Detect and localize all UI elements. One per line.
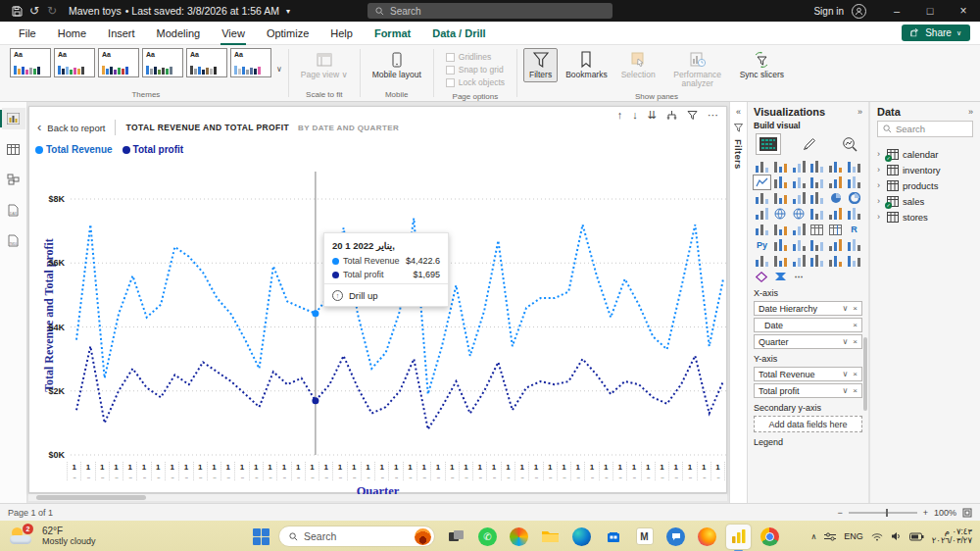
zoom-out-button[interactable]: −	[837, 508, 842, 518]
fit-to-page-icon[interactable]	[962, 508, 972, 518]
more-options-icon[interactable]: ⋯	[791, 270, 808, 283]
start-button[interactable]	[253, 528, 270, 545]
field-chevron-icon[interactable]: ∨	[842, 337, 848, 346]
theme-thumbnail-4[interactable]: Aa	[142, 48, 183, 77]
collapse-pane-icon[interactable]: »	[858, 107, 862, 117]
chrome-app-button[interactable]	[758, 525, 782, 549]
gauge-icon[interactable]	[809, 207, 826, 221]
filters-pane-button[interactable]: Filters	[523, 48, 558, 82]
ribbon-chart-icon[interactable]	[754, 191, 770, 205]
table-icon[interactable]	[809, 223, 826, 236]
image-icon[interactable]	[827, 254, 844, 268]
filters-pane-collapsed[interactable]: « Filters	[729, 102, 748, 503]
dax-query-view-button[interactable]: DAX	[2, 199, 25, 221]
power-automate-icon[interactable]	[772, 270, 789, 283]
undo-icon[interactable]: ↺	[25, 2, 43, 20]
kpi-icon[interactable]	[827, 207, 844, 221]
field-total-revenue[interactable]: Total Revenue∨×	[754, 367, 862, 381]
python-visual-icon[interactable]: Py	[754, 238, 770, 252]
close-button[interactable]: ×	[947, 0, 980, 22]
multi-row-card-icon[interactable]	[754, 223, 770, 236]
decomposition-tree-icon[interactable]	[791, 223, 808, 236]
slicer-icon[interactable]	[772, 254, 789, 268]
100-stacked-bar-chart-icon[interactable]	[827, 160, 844, 174]
key-influencers-icon[interactable]	[772, 223, 789, 236]
donut-chart-icon[interactable]	[846, 191, 862, 205]
zoom-slider[interactable]	[849, 512, 917, 514]
table-view-button[interactable]	[2, 138, 25, 160]
menu-tab-insert[interactable]: Insert	[97, 22, 146, 45]
field-chevron-icon[interactable]: ∨	[842, 370, 848, 378]
whatsapp-app-button[interactable]: ✆	[475, 525, 500, 549]
line-and-clustered-column-chart-icon[interactable]	[846, 175, 862, 189]
go-to-next-level-icon[interactable]: ⇊	[648, 109, 657, 121]
bookmarks-pane-button[interactable]: Bookmarks	[560, 48, 613, 82]
drill-down-icon[interactable]: ↓	[632, 109, 638, 121]
menu-tab-help[interactable]: Help	[319, 22, 364, 45]
microsoft-store-app-button[interactable]	[601, 525, 625, 549]
task-view-app-button[interactable]	[444, 525, 468, 549]
firefox-app-button[interactable]	[695, 525, 719, 549]
field-chevron-icon[interactable]: ∨	[842, 304, 848, 313]
theme-thumbnail-3[interactable]: Aa	[98, 48, 139, 77]
collapse-data-pane-icon[interactable]: »	[968, 107, 973, 117]
line-and-stacked-column-chart-icon[interactable]	[827, 175, 844, 189]
metrics-icon[interactable]	[846, 238, 862, 252]
document-title[interactable]: Maven toys • Last saved: 3/8/2026 at 1:5…	[69, 5, 290, 17]
expand-chevron-icon[interactable]: ›	[877, 180, 883, 190]
minimize-button[interactable]: –	[880, 0, 913, 22]
analytics-tab[interactable]	[837, 133, 862, 155]
menu-tab-format[interactable]: Format	[364, 22, 421, 45]
clustered-column-chart-icon[interactable]	[809, 160, 826, 174]
filter-icon[interactable]	[687, 110, 698, 121]
power-bi-app-button[interactable]	[726, 525, 751, 549]
funnel-chart-icon[interactable]	[791, 191, 808, 205]
power-bi-report-icon[interactable]	[754, 254, 770, 268]
legend-item-total-profit[interactable]: Total profit	[122, 144, 183, 155]
field-total-profit[interactable]: Total profit∨×	[754, 383, 862, 398]
expand-chevron-icon[interactable]: ›	[877, 165, 883, 175]
stacked-column-chart-icon[interactable]	[772, 160, 789, 174]
sign-in-link[interactable]: Sign in	[813, 6, 844, 17]
field-remove-icon[interactable]: ×	[853, 370, 858, 378]
field-remove-icon[interactable]: ×	[853, 337, 858, 346]
volume-icon[interactable]	[891, 531, 902, 541]
back-to-report-button[interactable]: ‹ Back to report	[37, 123, 105, 133]
stacked-area-chart-icon[interactable]	[791, 175, 808, 189]
100-stacked-column-chart-icon[interactable]	[846, 160, 862, 174]
line-chart-icon[interactable]	[754, 175, 770, 189]
maximize-button[interactable]: □	[913, 0, 947, 22]
titlebar-search-input[interactable]: Search	[368, 3, 612, 19]
matrix-icon[interactable]	[827, 223, 844, 236]
card-icon[interactable]	[846, 207, 862, 221]
q-and-a-icon[interactable]	[772, 238, 789, 252]
text-slicer-icon[interactable]	[809, 254, 826, 268]
menu-tab-data-drill[interactable]: Data / Drill	[421, 22, 496, 45]
table-row-calendar[interactable]: ›✓calendar	[877, 146, 973, 162]
theme-thumbnail-6[interactable]: Aa	[230, 48, 271, 77]
zoom-in-button[interactable]: +	[923, 508, 928, 518]
power-apps-icon[interactable]	[754, 270, 770, 283]
field-quarter[interactable]: Quarter∨×	[754, 334, 862, 349]
clock[interactable]: ٠٧:٤٣ م٢٠٢٦/٠٣/٢٧	[932, 527, 972, 545]
smart-narrative-icon[interactable]	[791, 238, 808, 252]
field-remove-icon[interactable]: ×	[853, 304, 858, 313]
arcgis-map-icon[interactable]	[846, 254, 862, 268]
table-row-sales[interactable]: ›✓sales	[877, 193, 973, 209]
table-row-inventory[interactable]: ›inventory	[877, 162, 973, 177]
100-stacked-area-chart-icon[interactable]	[809, 175, 826, 189]
scrollbar-thumb[interactable]	[36, 495, 146, 500]
waterfall-chart-icon[interactable]	[772, 191, 789, 205]
field-remove-icon[interactable]: ×	[853, 321, 858, 329]
expand-chevron-icon[interactable]: ›	[877, 212, 883, 222]
save-icon[interactable]	[8, 2, 25, 20]
share-button[interactable]: Share∨	[902, 25, 970, 41]
table-row-products[interactable]: ›products	[877, 177, 973, 193]
battery-icon[interactable]	[909, 532, 924, 541]
menu-tab-modeling[interactable]: Modeling	[146, 22, 212, 45]
m365-app-button[interactable]: M	[632, 525, 657, 549]
pie-chart-icon[interactable]	[827, 191, 844, 205]
field-chevron-icon[interactable]: ∨	[842, 386, 848, 395]
themes-more-icon[interactable]: ∨	[276, 65, 282, 74]
taskbar-search-input[interactable]: Search	[278, 526, 435, 547]
